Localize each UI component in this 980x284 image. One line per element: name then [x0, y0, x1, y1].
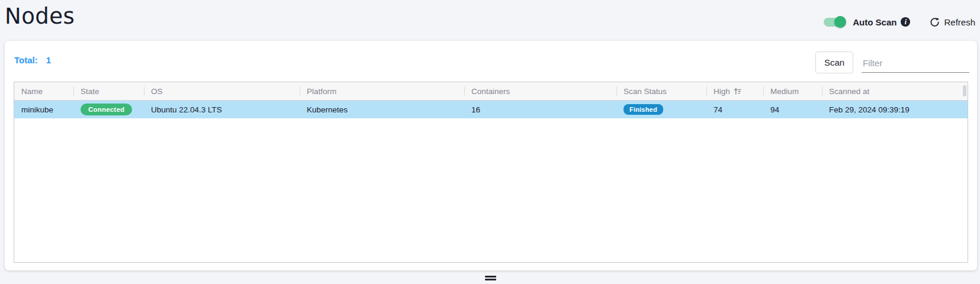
total-count: Total:1: [14, 55, 51, 65]
column-label: OS: [151, 87, 163, 96]
column-label: Scan Status: [624, 87, 667, 96]
cell-medium: 94: [763, 105, 822, 114]
toggle-knob-icon: [834, 16, 846, 28]
refresh-label: Refresh: [944, 17, 975, 27]
column-label: Scanned at: [829, 87, 869, 96]
sort-ascending-icon[interactable]: [734, 88, 741, 95]
nodes-table: Name State OS Platform Containers Scan S…: [14, 82, 968, 263]
column-header-high[interactable]: High: [706, 82, 763, 100]
handle-bar-icon: [485, 276, 496, 277]
column-header-scanned-at[interactable]: Scanned at: [822, 82, 968, 100]
scan-status-badge: Finished: [624, 104, 663, 115]
cell-state: Connected: [73, 104, 144, 116]
total-label: Total:: [14, 55, 38, 65]
auto-scan-label: Auto Scan: [853, 17, 897, 27]
table-header: Name State OS Platform Containers Scan S…: [14, 82, 968, 101]
cell-scan-status: Finished: [616, 104, 706, 115]
scan-button[interactable]: Scan: [815, 51, 853, 73]
panel-resize-handle[interactable]: [485, 276, 496, 282]
column-header-scan-status[interactable]: Scan Status: [616, 82, 706, 100]
handle-bar-icon: [485, 279, 496, 280]
column-label: State: [81, 87, 99, 96]
column-header-state[interactable]: State: [73, 82, 144, 100]
table-scrollbar-thumb[interactable]: [963, 85, 966, 96]
cell-name: minikube: [14, 105, 73, 114]
refresh-icon: [930, 17, 940, 27]
column-label: Medium: [770, 87, 799, 96]
column-header-os[interactable]: OS: [144, 82, 300, 100]
column-header-medium[interactable]: Medium: [763, 82, 822, 100]
cell-containers: 16: [464, 105, 616, 114]
column-label: Platform: [307, 87, 336, 96]
column-label: Containers: [471, 87, 510, 96]
filter-input[interactable]: [862, 56, 969, 73]
auto-scan-toggle[interactable]: [824, 18, 845, 27]
refresh-button[interactable]: Refresh: [930, 17, 975, 27]
cell-os: Ubuntu 22.04.3 LTS: [144, 105, 300, 114]
cell-high: 74: [706, 105, 763, 114]
state-badge: Connected: [81, 104, 132, 116]
top-controls: Auto Scan i Refresh: [824, 15, 975, 28]
nodes-panel: Total:1 Scan Name State OS Platform Cont…: [5, 41, 977, 270]
column-label: Name: [21, 87, 43, 96]
info-icon[interactable]: i: [901, 17, 910, 27]
column-header-containers[interactable]: Containers: [464, 82, 616, 100]
cell-scanned-at: Feb 29, 2024 09:39:19: [822, 105, 968, 114]
cell-platform: Kubernetes: [300, 105, 464, 114]
column-label: High: [714, 87, 730, 96]
table-row[interactable]: minikube Connected Ubuntu 22.04.3 LTS Ku…: [14, 101, 968, 118]
column-header-name[interactable]: Name: [14, 82, 73, 100]
page-title: Nodes: [5, 4, 75, 29]
total-value: 1: [46, 55, 51, 65]
column-header-platform[interactable]: Platform: [300, 82, 464, 100]
